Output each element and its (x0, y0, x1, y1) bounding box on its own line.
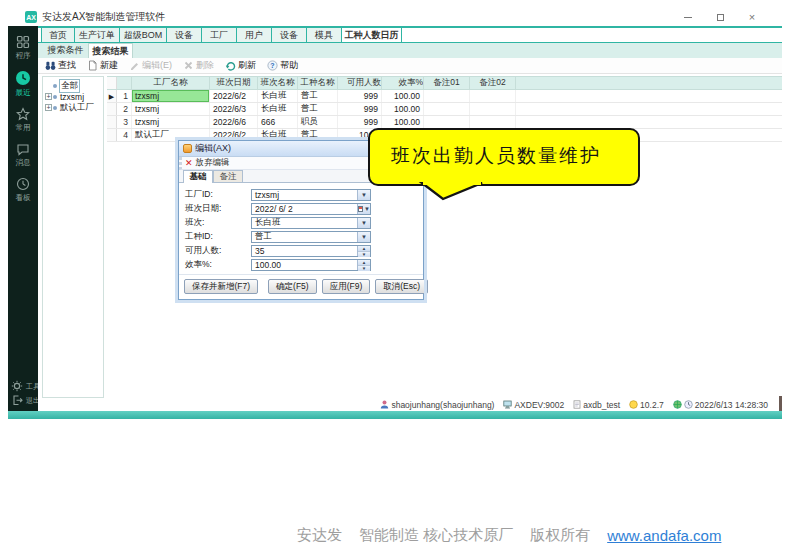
table-row[interactable]: ▶ 1 tzxsmj 2022/6/2 长白班 普工 999 100.00 (107, 90, 782, 103)
sidebar-item-exit[interactable]: 退出 (11, 393, 36, 407)
dialog-tab-basic[interactable]: 基础 (183, 170, 213, 183)
cell-worktype[interactable]: 普工 (298, 103, 338, 115)
dialog-tab-notes[interactable]: 备注 (213, 170, 243, 182)
save-and-new-button[interactable]: 保存并新增(F7) (184, 279, 258, 294)
edit-pencil-icon (183, 144, 192, 153)
help-button[interactable]: ? 帮助 (267, 59, 298, 72)
toolbar-label: 删除 (196, 59, 214, 72)
header-factory[interactable]: 工厂名称 (132, 77, 210, 89)
tree-line (45, 82, 52, 89)
cell-factory[interactable]: tzxsmj (132, 90, 210, 102)
header-note2[interactable]: 备注02 (470, 77, 516, 89)
cell-worktype[interactable]: 普工 (298, 90, 338, 102)
edit-button[interactable]: 编辑(E) (129, 59, 172, 72)
cancel-button[interactable]: 取消(Esc) (375, 279, 428, 294)
header-shift-date[interactable]: 班次日期 (210, 77, 258, 89)
tree-item-label: 全部 (59, 79, 80, 93)
cell-worktype[interactable]: 职员 (298, 116, 338, 128)
cell-note1[interactable] (424, 103, 470, 115)
footer-link[interactable]: www.andafa.com (607, 527, 721, 544)
apply-button[interactable]: 应用(F9) (322, 279, 371, 294)
maximize-button[interactable] (714, 11, 726, 23)
tab-home[interactable]: 首页 (41, 28, 75, 42)
refresh-button[interactable]: 刷新 (225, 59, 256, 72)
worktype-id-select[interactable]: 普工 ▼ (251, 231, 371, 243)
sidebar-item-recent[interactable]: 最近 (15, 70, 31, 98)
row-selector[interactable] (107, 129, 117, 141)
cell-date[interactable]: 2022/6/6 (210, 116, 258, 128)
shift-date-value: 2022/ 6/ 2 (252, 204, 357, 214)
cell-shift[interactable]: 长白班 (258, 90, 298, 102)
efficiency-stepper[interactable]: 100.00 ▲▼ (251, 259, 371, 271)
new-button[interactable]: 新建 (87, 59, 118, 72)
cell-efficiency[interactable]: 100.00 (382, 103, 424, 115)
sidebar-item-messages[interactable]: 消息 (15, 142, 31, 168)
dropdown-arrow-icon[interactable]: ▼ (357, 232, 370, 242)
header-worktype[interactable]: 工种名称 (298, 77, 338, 89)
expander-plus-icon[interactable]: + (45, 104, 52, 111)
cell-people[interactable]: 999 (338, 90, 382, 102)
cell-note2[interactable] (470, 116, 516, 128)
ok-button[interactable]: 确定(F5) (268, 279, 317, 294)
header-shift-name[interactable]: 班次名称 (258, 77, 298, 89)
cell-note1[interactable] (424, 116, 470, 128)
table-row[interactable]: 2 tzxsmj 2022/6/3 长白班 普工 999 100.00 (107, 103, 782, 116)
cell-note2[interactable] (470, 90, 516, 102)
tab-worktype-headcount-calendar[interactable]: 工种人数日历 (342, 28, 402, 42)
cell-shift[interactable]: 666 (258, 116, 298, 128)
tab-molds[interactable]: 模具 (307, 28, 342, 42)
tree-item-all[interactable]: 全部 (45, 80, 102, 91)
toolbar-label: 帮助 (280, 59, 298, 72)
tab-equipment[interactable]: 设备 (167, 28, 202, 42)
cell-factory[interactable]: tzxsmj (132, 103, 210, 115)
tab-production-orders[interactable]: 生产订单 (75, 28, 120, 42)
cell-people[interactable]: 999 (338, 103, 382, 115)
spinner-buttons[interactable]: ▲▼ (357, 246, 370, 256)
sidebar-item-tools[interactable]: 工具 (11, 379, 36, 393)
expander-plus-icon[interactable]: + (45, 93, 52, 100)
cell-shift[interactable]: 长白班 (258, 103, 298, 115)
cell-factory[interactable]: tzxsmj (132, 116, 210, 128)
page-footer: 安达发 智能制造 核心技术原厂 版权所有 www.andafa.com (297, 526, 721, 545)
cell-efficiency[interactable]: 100.00 (382, 116, 424, 128)
sidebar-item-label: 看板 (15, 192, 30, 202)
header-people[interactable]: 可用人数 (338, 77, 382, 89)
factory-id-select[interactable]: tzxsmj ▼ (251, 189, 371, 201)
people-count-stepper[interactable]: 35 ▲▼ (251, 245, 371, 257)
spinner-buttons[interactable]: ▲▼ (357, 260, 370, 270)
sidebar-item-favorites[interactable]: 常用 (15, 107, 31, 133)
find-button[interactable]: 查找 (45, 59, 76, 72)
row-selector[interactable] (107, 103, 117, 115)
sidebar-item-programs[interactable]: 程序 (15, 35, 31, 61)
close-button[interactable]: × (746, 11, 758, 23)
cell-efficiency[interactable]: 100.00 (382, 90, 424, 102)
abandon-edit-button[interactable]: 放弃编辑 (196, 157, 230, 169)
shift-select[interactable]: 长白班 ▼ (251, 217, 371, 229)
tree-item-tzxsmj[interactable]: + tzxsmj (45, 91, 102, 102)
node-dot-icon (53, 106, 57, 110)
minimize-button[interactable] (682, 11, 694, 23)
tab-factory[interactable]: 工厂 (202, 28, 237, 42)
tab-users[interactable]: 用户 (237, 28, 272, 42)
scrollbar-thumb[interactable] (779, 396, 782, 411)
row-selector[interactable] (107, 116, 117, 128)
tree-item-default-factory[interactable]: + 默认工厂 (45, 102, 102, 113)
header-efficiency[interactable]: 效率% (382, 77, 424, 89)
sidebar-item-dashboard[interactable]: 看板 (15, 177, 31, 203)
tab-search-conditions[interactable]: 搜索条件 (43, 43, 88, 58)
calendar-dropdown-icon[interactable]: ▼ (357, 204, 370, 214)
dropdown-arrow-icon[interactable]: ▼ (357, 190, 370, 200)
row-selector[interactable]: ▶ (107, 90, 117, 102)
dropdown-arrow-icon[interactable]: ▼ (357, 218, 370, 228)
delete-button[interactable]: 删除 (183, 59, 214, 72)
tab-super-bom[interactable]: 超级BOM (120, 28, 167, 42)
cell-note2[interactable] (470, 103, 516, 115)
cell-date[interactable]: 2022/6/3 (210, 103, 258, 115)
header-note1[interactable]: 备注01 (424, 77, 470, 89)
shift-date-picker[interactable]: 2022/ 6/ 2 ▼ (251, 203, 371, 215)
cell-people[interactable]: 999 (338, 116, 382, 128)
tab-equipment-2[interactable]: 设备 (272, 28, 307, 42)
tab-search-results[interactable]: 搜索结果 (88, 43, 133, 58)
cell-note1[interactable] (424, 90, 470, 102)
cell-date[interactable]: 2022/6/2 (210, 90, 258, 102)
